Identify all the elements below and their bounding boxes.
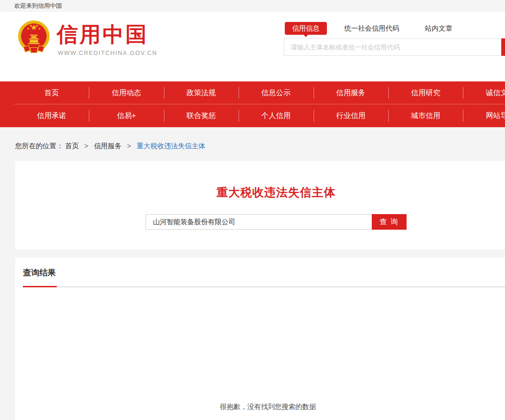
page-background: 您所在的位置： 首页 > 信用服务 > 重大税收违法失信主体 重大税收违法失信主… <box>0 127 505 420</box>
welcome-bar: 欢迎来到信用中国 <box>0 0 505 12</box>
nav-row-1: 首页信用动态政策法规信息公示信用服务信用研究诚信文化 <box>14 81 505 104</box>
query-button[interactable]: 查 询 <box>372 214 407 230</box>
results-section-title: 查询结果 <box>23 267 57 282</box>
search-panel: 重大税收违法失信主体 查 询 <box>15 161 505 249</box>
entity-search-input[interactable] <box>146 214 372 230</box>
breadcrumb-label: 您所在的位置： <box>15 142 63 150</box>
panel-gap <box>0 249 505 258</box>
site-url: WWW.CREDITCHINA.GOV.CN <box>58 49 157 56</box>
breadcrumb-credit-services[interactable]: 信用服务 <box>94 142 121 150</box>
empty-results-message: 很抱歉，没有找到您搜索的数据 <box>23 403 505 411</box>
national-emblem-logo[interactable] <box>15 18 53 59</box>
site-header: 信用中国 WWW.CREDITCHINA.GOV.CN 信用信息 统一社会信用代… <box>0 12 505 81</box>
header-search-input[interactable] <box>284 38 501 56</box>
nav-item[interactable]: 网站导航 <box>463 104 505 127</box>
nav-item[interactable]: 行业信用 <box>314 104 388 127</box>
nav-item[interactable]: 信用研究 <box>388 81 463 104</box>
header-search-area: 信用信息 统一社会信用代码 站内文章 <box>284 12 505 81</box>
page-title: 重大税收违法失信主体 <box>15 161 505 200</box>
nav-item[interactable]: 信息公示 <box>239 81 313 104</box>
nav-item[interactable]: 个人信用 <box>239 104 313 127</box>
main-navigation: 首页信用动态政策法规信息公示信用服务信用研究诚信文化 信用承诺信易+联合奖惩个人… <box>0 81 505 127</box>
tab-credit-info[interactable]: 信用信息 <box>285 22 327 35</box>
nav-item[interactable]: 诚信文化 <box>463 81 505 104</box>
nav-row-2: 信用承诺信易+联合奖惩个人信用行业信用城市信用网站导航 <box>14 104 505 127</box>
nav-item[interactable]: 信用服务 <box>314 81 388 104</box>
results-section-head: 查询结果 <box>23 267 505 287</box>
results-panel: 查询结果 很抱歉，没有找到您搜索的数据 <box>15 258 505 420</box>
breadcrumb-separator: > <box>127 142 131 150</box>
breadcrumb-home[interactable]: 首页 <box>65 142 79 150</box>
nav-item[interactable]: 信用动态 <box>89 81 163 104</box>
header-search-button[interactable] <box>501 38 505 56</box>
nav-item[interactable]: 信用承诺 <box>14 104 89 127</box>
breadcrumb-current-page[interactable]: 重大税收违法失信主体 <box>136 142 205 150</box>
breadcrumb-separator: > <box>84 142 88 150</box>
breadcrumb: 您所在的位置： 首页 > 信用服务 > 重大税收违法失信主体 <box>0 127 505 161</box>
nav-item[interactable]: 联合奖惩 <box>164 104 239 127</box>
site-brand-name[interactable]: 信用中国 <box>57 24 148 45</box>
nav-item[interactable]: 政策法规 <box>164 81 239 104</box>
tab-site-articles[interactable]: 站内文章 <box>425 22 452 35</box>
welcome-text: 欢迎来到信用中国 <box>14 2 62 9</box>
nav-item[interactable]: 首页 <box>14 81 89 104</box>
nav-item[interactable]: 城市信用 <box>388 104 463 127</box>
tab-unified-social-credit-code[interactable]: 统一社会信用代码 <box>344 22 399 35</box>
nav-item[interactable]: 信易+ <box>89 104 163 127</box>
